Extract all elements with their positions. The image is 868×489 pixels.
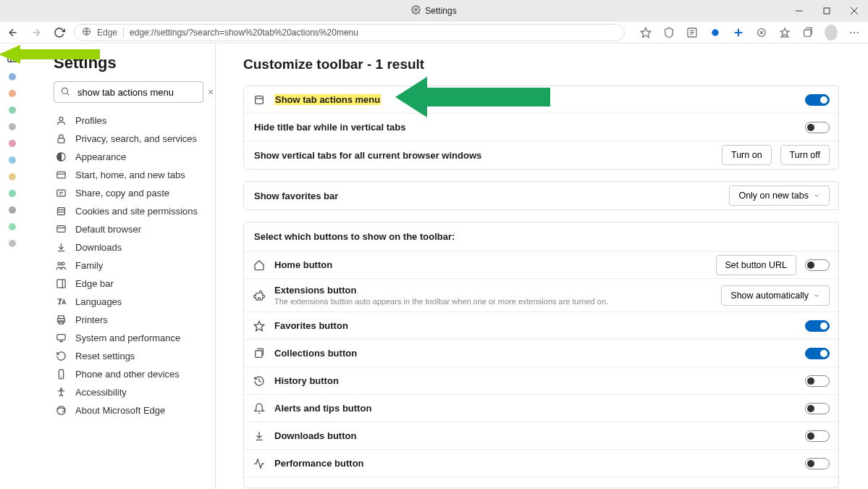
svg-line-21 bbox=[67, 93, 69, 95]
sidebar-item-label: Accessibility bbox=[75, 387, 127, 398]
window-minimize-button[interactable] bbox=[785, 0, 813, 22]
share-icon bbox=[55, 188, 67, 199]
set-button-url-button[interactable]: Set button URL bbox=[716, 255, 796, 275]
sidebar-item-label: Profiles bbox=[75, 115, 106, 126]
favorites-button-toggle[interactable] bbox=[805, 320, 830, 332]
vertical-tab-item[interactable] bbox=[9, 223, 16, 230]
forward-button[interactable] bbox=[30, 27, 42, 38]
vertical-tab-item[interactable] bbox=[9, 190, 16, 197]
translate-icon[interactable] bbox=[686, 26, 699, 39]
back-button[interactable] bbox=[7, 27, 19, 38]
sidebar-item-about-microsoft-edge[interactable]: About Microsoft Edge bbox=[54, 401, 203, 419]
sidebar-item-printers[interactable]: Printers bbox=[54, 311, 203, 329]
svg-rect-38 bbox=[56, 280, 64, 288]
shield-icon[interactable] bbox=[662, 26, 675, 39]
vertical-tab-item[interactable] bbox=[9, 173, 16, 180]
vertical-tab-item[interactable] bbox=[9, 156, 16, 164]
favorite-star-icon[interactable] bbox=[639, 26, 652, 39]
printer-icon bbox=[55, 314, 67, 326]
alerts-button-toggle[interactable] bbox=[805, 403, 830, 414]
sidebar-item-privacy-search-and-services[interactable]: Privacy, search, and services bbox=[54, 130, 203, 148]
sidebar-item-languages[interactable]: Languages bbox=[54, 293, 203, 311]
svg-point-10 bbox=[712, 29, 718, 35]
show-favorites-bar-label: Show favorites bar bbox=[253, 191, 720, 201]
vertical-tab-item[interactable] bbox=[9, 240, 16, 247]
browser-nav-bar: Edge edge://settings/?search=show%20tab%… bbox=[0, 22, 868, 43]
svg-point-15 bbox=[850, 32, 851, 33]
sidebar-item-share-copy-and-paste[interactable]: Share, copy and paste bbox=[54, 184, 203, 202]
extensions-icon bbox=[253, 289, 266, 302]
collections-row-icon bbox=[253, 347, 266, 360]
window-title: Settings bbox=[425, 6, 456, 16]
svg-rect-43 bbox=[56, 335, 64, 340]
collections-icon[interactable] bbox=[801, 26, 814, 39]
sidebar-item-appearance[interactable]: Appearance bbox=[54, 148, 203, 166]
settings-search-input[interactable] bbox=[76, 86, 201, 99]
svg-marker-8 bbox=[641, 28, 650, 37]
family-icon bbox=[55, 260, 67, 272]
sidebar-item-label: Downloads bbox=[75, 242, 122, 253]
show-tab-actions-toggle[interactable] bbox=[805, 94, 830, 106]
extension3-icon[interactable] bbox=[755, 26, 768, 39]
settings-heading: Settings bbox=[54, 54, 203, 72]
clear-search-button[interactable] bbox=[206, 86, 215, 98]
turn-on-button[interactable]: Turn on bbox=[722, 145, 772, 165]
svg-rect-33 bbox=[56, 226, 64, 233]
downloads-button-toggle[interactable] bbox=[805, 430, 830, 442]
sidebar-item-label: Privacy, search, and services bbox=[75, 133, 197, 144]
sidebar-item-default-browser[interactable]: Default browser bbox=[54, 220, 203, 238]
sidebar-item-label: Share, copy and paste bbox=[75, 188, 169, 198]
extension1-icon[interactable] bbox=[709, 26, 722, 39]
extension2-icon[interactable] bbox=[732, 26, 745, 39]
refresh-button[interactable] bbox=[54, 27, 65, 38]
sidebar-item-label: Cookies and site permissions bbox=[75, 206, 198, 217]
download-icon bbox=[55, 242, 67, 254]
vertical-tab-item[interactable] bbox=[9, 206, 16, 214]
more-menu-icon[interactable] bbox=[848, 26, 861, 39]
sidebar-item-downloads[interactable]: Downloads bbox=[54, 238, 203, 256]
svg-rect-30 bbox=[57, 208, 64, 215]
collections-button-toggle[interactable] bbox=[805, 348, 830, 359]
sidebar-item-accessibility[interactable]: Accessibility bbox=[54, 383, 203, 401]
address-bar[interactable]: Edge edge://settings/?search=show%20tab%… bbox=[74, 24, 625, 41]
app-label: Edge bbox=[97, 28, 117, 38]
vertical-tab-strip bbox=[0, 43, 25, 489]
vertical-tab-item[interactable] bbox=[9, 123, 16, 130]
home-button-toggle[interactable] bbox=[805, 259, 830, 271]
settings-search[interactable] bbox=[54, 81, 203, 103]
svg-point-16 bbox=[854, 32, 855, 33]
window-close-button[interactable] bbox=[840, 0, 868, 22]
hide-title-bar-toggle[interactable] bbox=[805, 122, 830, 133]
sidebar-item-profiles[interactable]: Profiles bbox=[54, 112, 203, 130]
svg-point-2 bbox=[415, 9, 417, 11]
extensions-show-dropdown[interactable]: Show automatically bbox=[721, 285, 830, 306]
sidebar-item-start-home-and-new-tabs[interactable]: Start, home, and new tabs bbox=[54, 166, 203, 184]
profile-avatar[interactable] bbox=[825, 26, 838, 39]
tab-actions-button[interactable] bbox=[7, 52, 18, 64]
sidebar-item-label: Default browser bbox=[75, 224, 141, 235]
cookie-icon bbox=[55, 206, 67, 217]
svg-point-24 bbox=[59, 117, 63, 121]
system-icon bbox=[55, 333, 67, 344]
turn-off-button[interactable]: Turn off bbox=[780, 145, 830, 165]
vertical-tab-item[interactable] bbox=[9, 106, 16, 114]
history-button-toggle[interactable] bbox=[805, 375, 830, 387]
favorites-bar-dropdown[interactable]: Only on new tabs bbox=[729, 185, 830, 206]
sidebar-item-label: Edge bar bbox=[75, 278, 114, 289]
sidebar-item-system-and-performance[interactable]: System and performance bbox=[54, 329, 203, 347]
sidebar-item-family[interactable]: Family bbox=[54, 256, 203, 275]
performance-button-toggle[interactable] bbox=[805, 458, 830, 469]
sidebar-item-phone-and-other-devices[interactable]: Phone and other devices bbox=[54, 365, 203, 383]
vertical-tab-item[interactable] bbox=[9, 73, 16, 80]
home-icon bbox=[253, 259, 266, 272]
sidebar-item-cookies-and-site-permissions[interactable]: Cookies and site permissions bbox=[54, 202, 203, 220]
window-maximize-button[interactable] bbox=[813, 0, 840, 22]
favorites-icon[interactable] bbox=[778, 26, 791, 39]
svg-rect-25 bbox=[58, 138, 64, 143]
vertical-tab-item[interactable] bbox=[9, 90, 16, 97]
vertical-tab-item[interactable] bbox=[9, 140, 16, 147]
sidebar-item-reset-settings[interactable]: Reset settings bbox=[54, 347, 203, 365]
svg-rect-27 bbox=[56, 172, 64, 178]
sidebar-item-edge-bar[interactable]: Edge bar bbox=[54, 275, 203, 293]
hide-title-bar-label: Hide title bar while in vertical tabs bbox=[253, 122, 796, 133]
